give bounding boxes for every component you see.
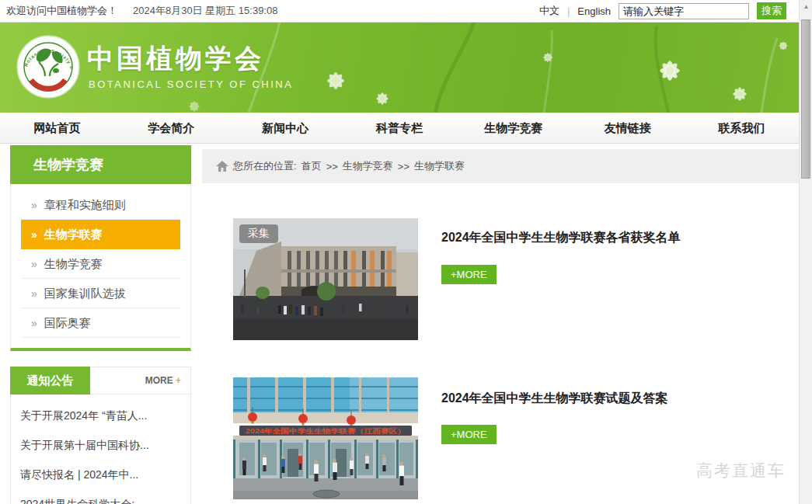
nav-item-contact[interactable]: 联系我们 (685, 113, 799, 143)
nav-item-science[interactable]: 科普专栏 (343, 113, 457, 143)
sidebar-item-label: 国际奥赛 (44, 316, 91, 329)
notice-title: 通知公告 (10, 367, 90, 395)
news-title-exam[interactable]: 2024年全国中学生生物学联赛试题及答案 (441, 391, 668, 407)
top-bar: 欢迎访问中国植物学会！ 2024年8月30日 星期五 15:39:08 中文 |… (0, 0, 799, 23)
notice-more-link[interactable]: MORE + (145, 375, 181, 386)
sidebar-item-label: 生物学竞赛 (44, 257, 103, 270)
notice-list: 关于开展2024年 “青苗人... 关于开展第十届中国科协... 请尽快报名 |… (10, 395, 191, 504)
sidebar-item-label: 生物学联赛 (44, 228, 103, 241)
datetime-text: 2024年8月30日 星期五 15:39:08 (133, 4, 277, 18)
sidebar-item-rules[interactable]: »章程和实施细则 (21, 190, 180, 220)
scrollbar-thumb[interactable] (801, 19, 810, 179)
collected-badge: 采集 (239, 224, 278, 243)
lang-en-link[interactable]: English (577, 5, 611, 17)
sidebar-menu: »章程和实施细则 »生物学联赛 »生物学竞赛 »国家集训队选拔 »国际奥赛 (10, 184, 191, 351)
site-subtitle: BOTANICAL SOCIETY OF CHINA (89, 78, 293, 90)
notice-list-item[interactable]: 2024世界生命科学大会: ... (20, 489, 181, 504)
society-logo[interactable]: Botanical Society of China BSC (16, 34, 81, 99)
sidebar-item-competition[interactable]: »生物学竞赛 (21, 249, 180, 279)
header-banner: Botanical Society of China BSC 中国植物学会 BO… (0, 23, 799, 113)
welcome-text: 欢迎访问中国植物学会！ (6, 4, 117, 18)
nav-item-home[interactable]: 网站首页 (0, 113, 114, 143)
news-title-awards[interactable]: 2024年全国中学生生物学联赛各省获奖名单 (441, 230, 681, 246)
breadcrumb-level1[interactable]: 生物学竞赛 (343, 159, 393, 173)
lang-zh-link[interactable]: 中文 (539, 4, 559, 18)
notice-more-label: MORE (145, 375, 173, 386)
notice-list-item[interactable]: 请尽快报名 | 2024年中... (20, 460, 181, 489)
notice-header: 通知公告 MORE + (10, 367, 191, 395)
sidebar-item-label: 章程和实施细则 (44, 198, 126, 211)
breadcrumb-prefix: 您所在的位置: (233, 159, 297, 173)
more-button-exam[interactable]: +MORE (441, 425, 497, 444)
notice-list-item[interactable]: 关于开展2024年 “青苗人... (20, 401, 181, 430)
breadcrumb-bar: 您所在的位置: 首页 >> 生物学竞赛 >> 生物学联赛 (202, 149, 799, 183)
home-icon (216, 161, 228, 172)
sidebar-item-international[interactable]: »国际奥赛 (21, 308, 180, 338)
lang-divider: | (567, 5, 570, 17)
more-button-awards[interactable]: +MORE (441, 265, 497, 284)
double-arrow-icon: » (31, 199, 37, 211)
double-arrow-icon: » (31, 228, 37, 241)
exam-site-photo: 2024年全国中学生生物学联赛（江西赛区） (233, 377, 418, 499)
breadcrumb-separator: >> (398, 161, 409, 172)
nav-item-news[interactable]: 新闻中心 (228, 113, 343, 143)
search-input[interactable] (619, 3, 749, 19)
breadcrumb-current[interactable]: 生物学联赛 (414, 159, 465, 173)
sidebar-item-label: 国家集训队选拔 (44, 287, 126, 300)
nav-item-links[interactable]: 友情链接 (570, 113, 685, 143)
news-photo-exam[interactable]: 2024年全国中学生生物学联赛（江西赛区） (233, 377, 418, 499)
notice-list-item[interactable]: 关于开展第十届中国科协... (20, 430, 181, 460)
search-button[interactable]: 搜索 (757, 2, 786, 19)
scroll-up-arrow-icon[interactable]: ▲ (800, 0, 812, 13)
double-arrow-icon: » (31, 317, 37, 329)
photo-banner-text: 2024年全国中学生生物学联赛（江西赛区） (246, 427, 406, 435)
vertical-scrollbar[interactable]: ▲ (799, 0, 812, 504)
main-nav: 网站首页 学会简介 新闻中心 科普专栏 生物学竞赛 友情链接 联系我们 (0, 113, 799, 144)
sidebar-section-title: 生物学竞赛 (10, 145, 191, 184)
sidebar-item-league[interactable]: »生物学联赛 (21, 220, 180, 249)
site-title: 中国植物学会 (87, 41, 264, 77)
breadcrumb-separator: >> (326, 161, 338, 172)
breadcrumb-home[interactable]: 首页 (301, 159, 322, 173)
double-arrow-icon: » (31, 287, 37, 300)
nav-item-about[interactable]: 学会简介 (114, 113, 228, 143)
news-photo-awards[interactable]: 采集 (233, 218, 418, 340)
nav-item-competition[interactable]: 生物学竞赛 (456, 113, 570, 143)
sidebar-item-national-team[interactable]: »国家集训队选拔 (21, 279, 180, 308)
logo-abbr-text: BSC (38, 75, 58, 85)
watermark-text: 高考直通车 (696, 460, 786, 481)
double-arrow-icon: » (31, 258, 37, 270)
plus-icon: + (176, 375, 181, 386)
